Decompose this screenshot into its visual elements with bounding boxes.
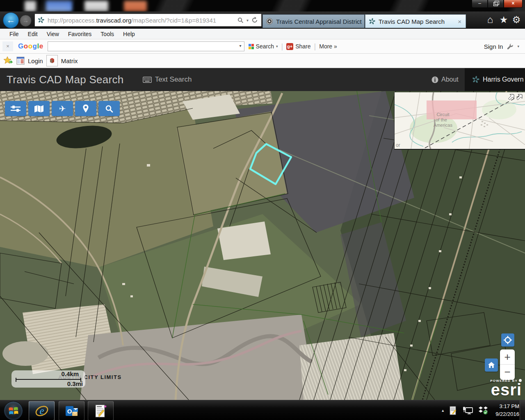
- esri-logo: POWERED BY esri: [490, 379, 522, 397]
- harris-swirl-logo-icon: [472, 76, 479, 83]
- scale-mi-label: 0.3mi: [67, 380, 83, 387]
- overview-expand-icon[interactable]: [508, 94, 523, 101]
- svg-text:Americas: Americas: [434, 123, 452, 128]
- menu-edit[interactable]: Edit: [23, 30, 42, 39]
- browser-tools-button[interactable]: ⚙: [510, 13, 523, 27]
- text-search-label: Text Search: [155, 75, 192, 84]
- more-button[interactable]: More »: [319, 43, 337, 50]
- matrix-icon-box[interactable]: [46, 55, 58, 66]
- page-title: Travis CAD Map Search: [7, 73, 124, 86]
- refresh-icon[interactable]: [251, 17, 258, 23]
- scale-bar: 0.4km 0.3mi: [11, 370, 85, 388]
- browser-home-button[interactable]: ⌂: [484, 13, 496, 27]
- tray-dropbox-icon[interactable]: [478, 406, 488, 415]
- forward-button[interactable]: →: [20, 15, 32, 27]
- menu-favorites[interactable]: Favorites: [64, 30, 96, 39]
- tab-travis-cad-map-search[interactable]: Travis CAD Map Search ×: [365, 14, 466, 28]
- svg-text:of the: of the: [436, 117, 447, 122]
- clock-time: 3:17 PM: [495, 403, 519, 411]
- input-dropdown-icon[interactable]: ▾: [240, 43, 242, 48]
- tools-dropdown-icon[interactable]: ▾: [517, 44, 519, 48]
- internet-explorer-icon: e: [35, 404, 49, 418]
- about-button[interactable]: About: [431, 76, 459, 83]
- windows-flag-icon: [8, 406, 19, 416]
- sliders-icon: [10, 105, 21, 112]
- taskbar-internet-explorer[interactable]: e: [29, 401, 55, 420]
- menu-help[interactable]: Help: [119, 30, 139, 39]
- brand-block[interactable]: Harris Govern: [465, 68, 525, 91]
- crosshair-icon: [503, 336, 512, 345]
- location-pin-button[interactable]: [75, 101, 96, 116]
- layers-settings-button[interactable]: [5, 101, 26, 116]
- tab-travis-central-appraisal-district[interactable]: Travis Central Appraisal District: [262, 14, 365, 28]
- url-domain: traviscad.org: [96, 17, 131, 24]
- menu-tools[interactable]: Tools: [96, 30, 119, 39]
- google-search-input[interactable]: [48, 41, 244, 51]
- seal-star-favicon: [266, 18, 273, 25]
- text-search-button[interactable]: Text Search: [143, 75, 192, 84]
- search-icon[interactable]: [237, 17, 244, 23]
- url-path: /mapSearch/?cid=1&p=819341: [131, 17, 216, 24]
- zoom-control: + −: [500, 349, 515, 380]
- back-button[interactable]: ←: [3, 12, 19, 28]
- login-link[interactable]: Login: [28, 57, 43, 64]
- search-dropdown-icon[interactable]: ▾: [247, 18, 249, 23]
- house-icon: [487, 361, 495, 369]
- restore-button[interactable]: [488, 0, 504, 8]
- svg-text:Circuit: Circuit: [436, 112, 449, 117]
- sign-in-button[interactable]: Sign In: [484, 43, 503, 50]
- outlook-icon: O: [65, 405, 78, 417]
- matrix-link[interactable]: Matrix: [61, 57, 78, 64]
- tray-expand-icon[interactable]: ▲: [441, 409, 445, 413]
- zoom-out-button[interactable]: −: [500, 365, 515, 380]
- gplus-icon: g+: [286, 43, 293, 50]
- forward-icon: →: [23, 17, 29, 24]
- close-window-button[interactable]: ×: [504, 0, 523, 8]
- desktop-background: [0, 0, 525, 11]
- wrench-icon[interactable]: [507, 43, 514, 50]
- tab-close-icon[interactable]: ×: [458, 18, 461, 25]
- google-toolbar: × Google ▾ Search ▾ | g+ Share | More » …: [0, 39, 525, 54]
- overview-map[interactable]: Circuit of the Americas or: [394, 92, 525, 150]
- minimize-button[interactable]: –: [472, 0, 488, 8]
- tray-network-icon[interactable]: [463, 406, 473, 415]
- matrix-cube-icon: [49, 57, 55, 64]
- toolbar-close-icon[interactable]: ×: [2, 41, 13, 51]
- close-icon: ×: [511, 0, 514, 6]
- google-search-button[interactable]: Search ▾: [249, 43, 278, 50]
- show-desktop-button[interactable]: [520, 400, 525, 420]
- map-pin-icon: [82, 104, 89, 113]
- map-search-button[interactable]: [98, 101, 120, 116]
- clock-date: 9/22/2016: [495, 411, 519, 418]
- gear-icon: ⚙: [512, 14, 521, 25]
- flight-imagery-button[interactable]: ✈: [52, 101, 73, 116]
- menu-bar: File Edit View Favorites Tools Help: [0, 29, 525, 39]
- back-icon: ←: [7, 15, 15, 25]
- menu-file[interactable]: File: [5, 30, 23, 39]
- separator: |: [281, 42, 283, 51]
- swirl-favicon: [369, 18, 375, 25]
- overview-extent-rectangle[interactable]: [427, 100, 477, 119]
- about-label: About: [441, 76, 459, 83]
- svg-text:e: e: [39, 405, 44, 416]
- taskbar-clock[interactable]: 3:17 PM 9/22/2016: [493, 403, 519, 418]
- menu-view[interactable]: View: [42, 30, 64, 39]
- svg-text:or: or: [396, 142, 400, 148]
- address-bar[interactable]: http://propaccess.traviscad.org/mapSearc…: [34, 14, 262, 27]
- add-favorite-star-icon[interactable]: [3, 56, 13, 65]
- default-extent-button[interactable]: [485, 358, 498, 372]
- zoom-in-button[interactable]: +: [500, 349, 515, 365]
- notes-app-icon: [95, 404, 107, 418]
- basemap-button[interactable]: [28, 101, 50, 116]
- tray-notes-icon[interactable]: [450, 406, 458, 415]
- map-viewport[interactable]: ✈: [0, 91, 525, 400]
- url-prefix: http://propaccess.: [48, 17, 96, 24]
- share-button[interactable]: g+ Share: [286, 43, 310, 50]
- google-logo: Google: [18, 42, 43, 50]
- desktop-streaks: [0, 0, 525, 11]
- locate-button[interactable]: [501, 333, 514, 347]
- taskbar-notes-app[interactable]: [88, 401, 114, 420]
- start-button[interactable]: [4, 401, 23, 420]
- taskbar-outlook[interactable]: O: [59, 401, 84, 420]
- browser-favorites-button[interactable]: ★: [498, 13, 510, 27]
